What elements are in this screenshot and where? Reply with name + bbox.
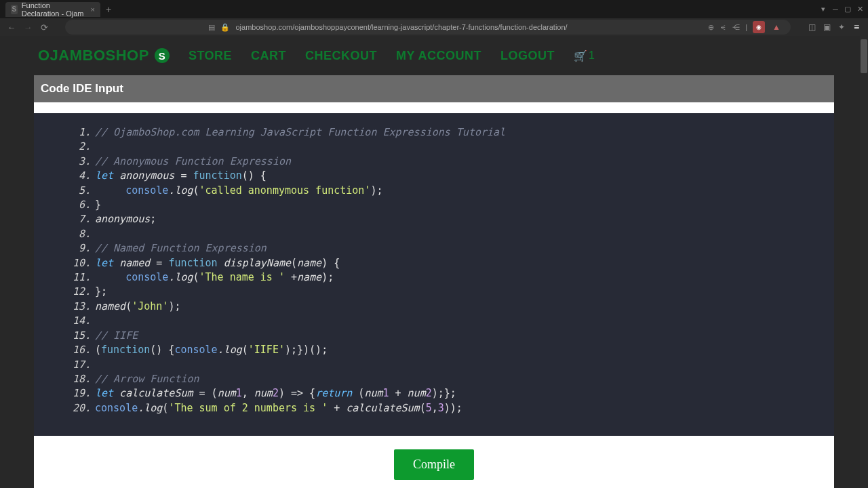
sparkle-icon[interactable]: ✦ — [835, 21, 848, 33]
triangle-icon[interactable]: ▲ — [770, 21, 783, 33]
tab-bar: S Function Declaration - Ojam × + ▾ ─ ▢ … — [0, 0, 868, 18]
brand-logo[interactable]: OJAMBOSHOP S — [38, 47, 170, 64]
window-controls: ▾ ─ ▢ ✕ — [818, 4, 868, 15]
new-tab-button[interactable]: + — [106, 4, 111, 15]
scrollbar-track[interactable] — [860, 36, 868, 488]
browser-chrome: S Function Declaration - Ojam × + ▾ ─ ▢ … — [0, 0, 868, 36]
reload-button[interactable]: ⟳ — [38, 21, 50, 33]
cart-widget[interactable]: 🛒1 — [574, 49, 595, 62]
tab-favicon-icon: S — [11, 5, 18, 14]
forward-button[interactable]: → — [22, 21, 34, 33]
lock-icon: 🔒 — [220, 23, 230, 32]
nav-checkout[interactable]: CHECKOUT — [305, 49, 377, 63]
code-editor[interactable]: 1// OjamboShop.com Learning JavaScript F… — [34, 113, 834, 436]
site-navbar: OJAMBOSHOP S STORE CART CHECKOUT MY ACCO… — [0, 36, 868, 75]
sidebar-icon[interactable]: ◫ — [806, 21, 818, 33]
toolbar-right: ◫ ▣ ✦ ≡ — [806, 21, 863, 33]
page-content: OJAMBOSHOP S STORE CART CHECKOUT MY ACCO… — [0, 36, 868, 488]
nav-account[interactable]: MY ACCOUNT — [396, 49, 481, 63]
nav-store[interactable]: STORE — [189, 49, 232, 63]
rss-icon[interactable]: ⋲ — [732, 23, 740, 32]
nav-logout[interactable]: LOGOUT — [500, 49, 555, 63]
active-tab[interactable]: S Function Declaration - Ojam × — [5, 2, 100, 17]
tab-title: Function Declaration - Ojam — [22, 1, 87, 18]
reader-icon[interactable]: ▤ — [208, 23, 215, 32]
minimize-icon[interactable]: ─ — [830, 4, 841, 15]
ide-header: Code IDE Input — [34, 75, 834, 102]
share-icon[interactable]: ⪪ — [719, 23, 727, 31]
divider-icon: | — [745, 23, 747, 31]
compile-row: Compile — [34, 436, 834, 488]
chevron-down-icon[interactable]: ▾ — [818, 4, 829, 15]
nav-cart[interactable]: CART — [251, 49, 286, 63]
browser-toolbar: ← → ⟳ ▤ 🔒 ojamboshop.com/ojamboshoppayco… — [0, 18, 868, 36]
close-tab-icon[interactable]: × — [91, 5, 95, 14]
content-area: Code IDE Input 1// OjamboShop.com Learni… — [34, 75, 834, 488]
brand-text: OJAMBOSHOP — [38, 47, 149, 64]
menu-icon[interactable]: ≡ — [850, 21, 863, 33]
url-text: ojamboshop.com/ojamboshoppayconent/learn… — [235, 23, 567, 31]
maximize-icon[interactable]: ▢ — [842, 4, 853, 15]
zoom-icon[interactable]: ⊕ — [708, 23, 714, 32]
close-window-icon[interactable]: ✕ — [854, 4, 865, 15]
panel-icon[interactable]: ▣ — [821, 21, 833, 33]
url-bar[interactable]: ▤ 🔒 ojamboshop.com/ojamboshoppayconent/l… — [65, 20, 791, 35]
back-button[interactable]: ← — [5, 21, 18, 33]
cart-count: 1 — [589, 49, 595, 62]
brand-icon: S — [155, 48, 170, 63]
scrollbar-thumb[interactable] — [861, 39, 867, 73]
cart-icon-glyph: 🛒 — [574, 49, 587, 62]
compile-button[interactable]: Compile — [394, 449, 474, 480]
shield-badge-icon[interactable]: ◉ — [753, 21, 765, 33]
